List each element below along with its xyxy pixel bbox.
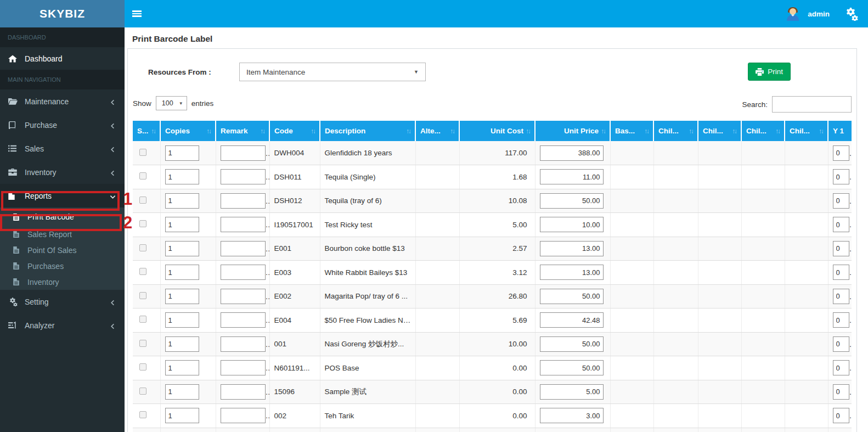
y1-input[interactable]: [833, 384, 849, 400]
sidebar-item-purchase[interactable]: Purchase: [0, 113, 125, 137]
sidebar-subitem-print-barcode[interactable]: Print Barcode: [0, 207, 125, 226]
row-checkbox[interactable]: [139, 411, 146, 418]
row-checkbox[interactable]: [139, 340, 146, 347]
y1-input[interactable]: [833, 193, 849, 209]
remark-input[interactable]: [221, 169, 266, 184]
column-header-chil-[interactable]: Chil...↑↓: [785, 121, 828, 141]
settings-gears-icon[interactable]: [845, 7, 858, 21]
remark-input[interactable]: [221, 145, 266, 161]
remark-input[interactable]: [221, 384, 266, 400]
copies-input[interactable]: [165, 241, 199, 256]
chil-cell: [741, 428, 785, 432]
chil-cell: [653, 428, 698, 432]
remark-input[interactable]: [221, 241, 266, 256]
brand-logo[interactable]: SKYBIZ: [0, 0, 125, 27]
column-header-unit-price[interactable]: Unit Price↑↓: [535, 121, 610, 141]
search-input[interactable]: [772, 96, 852, 113]
column-header-copies[interactable]: Copies↑↓: [160, 121, 216, 141]
sidebar-subitem-inventory[interactable]: Inventory: [0, 274, 125, 290]
user-avatar[interactable]: [786, 6, 800, 21]
column-header-bas-[interactable]: Bas...↑↓: [610, 121, 653, 141]
y1-input[interactable]: [833, 336, 849, 352]
unit-price-input[interactable]: [540, 408, 604, 423]
y1-input[interactable]: [833, 289, 849, 304]
column-header-unit-cost[interactable]: Unit Cost↑↓: [459, 121, 535, 141]
sidebar-item-label: Analyzer: [25, 321, 54, 330]
unit-price-input[interactable]: [540, 312, 604, 328]
sidebar-item-setting[interactable]: Setting: [0, 290, 125, 313]
copies-input[interactable]: [165, 265, 199, 280]
row-checkbox[interactable]: [139, 292, 146, 299]
row-checkbox[interactable]: [139, 172, 146, 179]
row-checkbox[interactable]: [139, 220, 146, 227]
column-header-chil-[interactable]: Chil...↑↓: [741, 121, 785, 141]
y1-input[interactable]: [833, 169, 849, 184]
row-checkbox[interactable]: [139, 316, 146, 323]
unit-price-input[interactable]: [540, 145, 604, 161]
column-header-remark[interactable]: Remark↑↓: [216, 121, 269, 141]
column-header-y-1[interactable]: Y 1↑↓: [828, 121, 852, 141]
unit-price-input[interactable]: [540, 360, 604, 375]
row-checkbox[interactable]: [139, 268, 146, 275]
unit-price-input[interactable]: [540, 289, 604, 304]
y1-input[interactable]: [833, 265, 849, 280]
sidebar-subitem-sales-report[interactable]: Sales Report: [0, 226, 125, 242]
row-checkbox[interactable]: [139, 244, 146, 251]
remark-input[interactable]: [221, 336, 266, 352]
sidebar-item-analyzer[interactable]: Analyzer: [0, 313, 125, 337]
sidebar-toggle-button[interactable]: [125, 0, 149, 27]
entries-per-page-select[interactable]: 100 ▼: [156, 96, 187, 110]
unit-price-input[interactable]: [540, 241, 604, 256]
resources-from-select[interactable]: Item Maintenance ▼: [239, 63, 426, 81]
sidebar-subitem-purchases[interactable]: Purchases: [0, 258, 125, 274]
sidebar-item-sales[interactable]: Sales: [0, 137, 125, 160]
sidebar-item-dashboard[interactable]: Dashboard: [0, 47, 125, 70]
copies-input[interactable]: [165, 169, 199, 184]
sidebar-subitem-point-of-sales[interactable]: Point Of Sales: [0, 242, 125, 258]
copies-input[interactable]: [165, 145, 199, 161]
copies-input[interactable]: [165, 312, 199, 328]
row-checkbox[interactable]: [139, 197, 146, 204]
remark-input[interactable]: [221, 360, 266, 375]
copies-input[interactable]: [165, 408, 199, 423]
remark-input[interactable]: [221, 265, 266, 280]
remark-input[interactable]: [221, 217, 266, 232]
y1-input[interactable]: [833, 312, 849, 328]
copies-input[interactable]: [165, 360, 199, 375]
column-header-alte-[interactable]: Alte...↑↓: [415, 121, 459, 141]
unit-price-input[interactable]: [540, 384, 604, 400]
column-header-code[interactable]: Code↑↓: [269, 121, 320, 141]
sidebar-item-reports[interactable]: Reports: [0, 184, 125, 207]
remark-input[interactable]: [221, 312, 266, 328]
copies-input[interactable]: [165, 384, 199, 400]
row-checkbox[interactable]: [139, 149, 146, 156]
unit-price-input[interactable]: [540, 193, 604, 209]
y1-input[interactable]: [833, 360, 849, 375]
unit-price-input[interactable]: [540, 217, 604, 232]
copies-input[interactable]: [165, 336, 199, 352]
sidebar-item-inventory[interactable]: Inventory: [0, 160, 125, 184]
copies-input[interactable]: [165, 193, 199, 209]
unit-price-input[interactable]: [540, 169, 604, 184]
row-checkbox[interactable]: [139, 363, 146, 371]
unit-price-input[interactable]: [540, 265, 604, 280]
column-header-chil-[interactable]: Chil...↑↓: [698, 121, 741, 141]
copies-input[interactable]: [165, 217, 199, 232]
remark-input[interactable]: [221, 408, 266, 423]
row-checkbox[interactable]: [139, 388, 146, 395]
remark-input[interactable]: [221, 193, 266, 209]
sidebar-subitem-label: Point Of Sales: [27, 246, 77, 255]
y1-input[interactable]: [833, 145, 849, 161]
column-header-description[interactable]: Description↑↓: [320, 121, 415, 141]
unit-price-input[interactable]: [540, 336, 604, 352]
y1-input[interactable]: [833, 217, 849, 232]
column-header-s-[interactable]: S...↑↓: [133, 121, 160, 141]
sidebar-item-maintenance[interactable]: Maintenance: [0, 89, 125, 113]
copies-input[interactable]: [165, 289, 199, 304]
username-label[interactable]: admin: [808, 10, 830, 18]
y1-input[interactable]: [833, 408, 849, 423]
y1-input[interactable]: [833, 241, 849, 256]
remark-input[interactable]: [221, 289, 266, 304]
print-button[interactable]: Print: [748, 63, 791, 81]
column-header-chil-[interactable]: Chil...↑↓: [653, 121, 698, 141]
